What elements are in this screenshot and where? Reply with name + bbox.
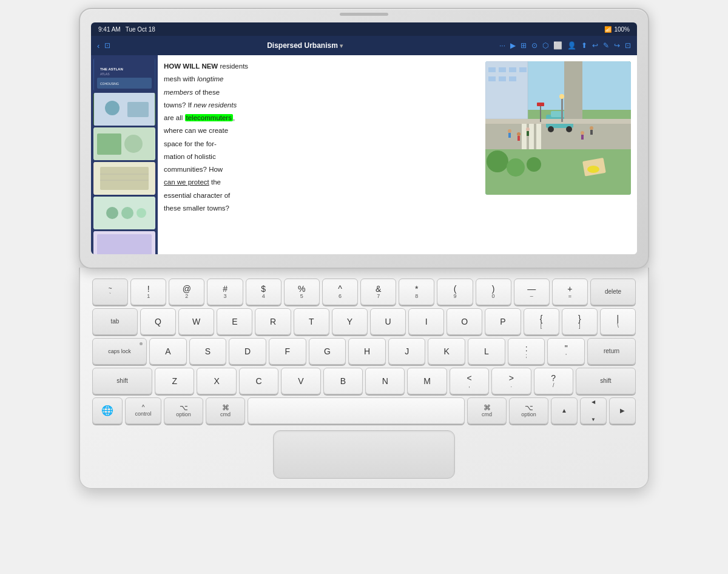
trackpad[interactable]: [273, 430, 455, 479]
key-option-left[interactable]: ⌥ option: [164, 397, 203, 424]
svg-rect-57: [517, 136, 520, 141]
key-cmd-right[interactable]: ⌘ cmd: [467, 397, 507, 424]
undo-icon[interactable]: ↩: [592, 41, 598, 50]
key-v[interactable]: V: [281, 368, 320, 394]
key-h[interactable]: H: [348, 338, 386, 365]
slides-panel-icon[interactable]: ⊡: [104, 41, 110, 50]
key-w[interactable]: W: [178, 308, 214, 335]
key-option-right[interactable]: ⌥ option: [509, 397, 548, 424]
svg-rect-49: [509, 76, 516, 81]
key-6[interactable]: ^ 6: [322, 279, 358, 305]
key-b[interactable]: B: [323, 368, 363, 394]
key-capslock[interactable]: caps lock: [92, 338, 147, 365]
key-r[interactable]: R: [255, 308, 291, 335]
svg-text:ATLAS: ATLAS: [100, 72, 110, 76]
key-comma[interactable]: < ,: [450, 368, 489, 394]
key-control[interactable]: ^ control: [125, 397, 161, 424]
slide-content: HOW WILL NEW residents mesh with longtim…: [158, 55, 637, 254]
settings-icon[interactable]: ⊡: [625, 41, 631, 50]
slide-thumb-2[interactable]: 2: [93, 93, 155, 126]
table-icon[interactable]: ⊞: [521, 41, 527, 50]
image-icon[interactable]: ⬜: [553, 41, 562, 50]
key-shift-right[interactable]: shift: [576, 368, 636, 394]
key-7[interactable]: & 7: [360, 279, 396, 305]
key-m[interactable]: M: [407, 368, 447, 394]
key-equals[interactable]: + =: [552, 279, 588, 305]
share2-icon[interactable]: ⬡: [542, 41, 548, 50]
key-o[interactable]: O: [447, 308, 482, 335]
key-period[interactable]: > .: [491, 368, 531, 394]
more-icon[interactable]: ···: [499, 41, 505, 50]
key-4[interactable]: $ 4: [246, 279, 281, 305]
key-down-arrow[interactable]: ◀ ▼: [580, 397, 607, 424]
key-minus[interactable]: — –: [514, 279, 550, 305]
key-k[interactable]: K: [428, 338, 465, 365]
back-button[interactable]: ‹: [97, 41, 99, 50]
key-c[interactable]: C: [239, 368, 278, 394]
play-icon[interactable]: ▶: [510, 41, 516, 50]
slide-thumb-6[interactable]: 6: [93, 231, 155, 254]
key-bracket-close[interactable]: } ]: [562, 308, 598, 335]
key-f[interactable]: F: [269, 338, 306, 365]
key-q[interactable]: Q: [140, 308, 176, 335]
key-8[interactable]: * 8: [399, 279, 434, 305]
key-t[interactable]: T: [294, 308, 329, 335]
key-d[interactable]: D: [229, 338, 266, 365]
key-0[interactable]: ) 0: [476, 279, 511, 305]
key-backslash[interactable]: | \: [600, 308, 636, 335]
key-space[interactable]: [248, 397, 465, 424]
key-return[interactable]: return: [587, 338, 636, 365]
key-j[interactable]: J: [388, 338, 426, 365]
slide-thumb-1[interactable]: 1 THE ASTLAN ATLAS COHOUSING: [93, 58, 155, 91]
slides-panel[interactable]: 1 THE ASTLAN ATLAS COHOUSING: [91, 55, 158, 254]
pen-icon[interactable]: ✎: [603, 41, 609, 50]
slide-text-mation: mation of holistic: [164, 152, 480, 162]
dropdown-arrow-icon[interactable]: ▾: [340, 42, 343, 49]
key-quote[interactable]: " ': [547, 338, 585, 365]
key-9[interactable]: ( 9: [437, 279, 473, 305]
svg-rect-46: [519, 67, 527, 72]
key-x[interactable]: X: [197, 368, 236, 394]
key-p[interactable]: P: [485, 308, 521, 335]
key-delete[interactable]: delete: [590, 279, 636, 305]
wifi-icon: 📶: [604, 26, 612, 33]
slide-thumb-4[interactable]: 4: [93, 162, 155, 195]
key-tilde[interactable]: ~ `: [92, 279, 128, 305]
key-a[interactable]: A: [149, 338, 187, 365]
svg-point-58: [526, 127, 530, 131]
svg-text:COHOUSING: COHOUSING: [100, 82, 119, 86]
key-n[interactable]: N: [365, 368, 405, 394]
key-right-arrow[interactable]: ▶: [609, 397, 636, 424]
key-semicolon[interactable]: : ;: [508, 338, 545, 365]
key-shift-left[interactable]: shift: [92, 368, 152, 394]
key-3[interactable]: # 3: [207, 279, 243, 305]
key-y[interactable]: Y: [332, 308, 368, 335]
key-g[interactable]: G: [309, 338, 346, 365]
slide-thumb-3[interactable]: 3: [93, 127, 155, 160]
person-icon[interactable]: 👤: [567, 41, 576, 50]
key-5[interactable]: % 5: [284, 279, 320, 305]
redo-icon[interactable]: ↪: [614, 41, 620, 50]
key-up-arrow[interactable]: ▲: [551, 397, 578, 424]
svg-point-56: [517, 132, 521, 136]
keyboard-row-qwerty: tab Q W E R T Y U I O P { [ } ]: [92, 308, 636, 335]
svg-rect-43: [488, 67, 496, 72]
key-globe[interactable]: 🌐: [92, 397, 123, 424]
key-e[interactable]: E: [217, 308, 252, 335]
key-slash[interactable]: ? /: [534, 368, 573, 394]
key-tab[interactable]: tab: [92, 308, 138, 335]
key-cmd-left[interactable]: ⌘ cmd: [206, 397, 245, 424]
key-i[interactable]: I: [408, 308, 444, 335]
key-l[interactable]: L: [468, 338, 505, 365]
key-2[interactable]: @ 2: [169, 279, 204, 305]
key-s[interactable]: S: [189, 338, 227, 365]
key-u[interactable]: U: [370, 308, 406, 335]
svg-point-54: [508, 129, 511, 133]
content-area: 1 THE ASTLAN ATLAS COHOUSING: [91, 55, 637, 254]
key-1[interactable]: ! 1: [130, 279, 166, 305]
export-icon[interactable]: ⬆: [581, 41, 587, 50]
key-bracket-open[interactable]: { [: [524, 308, 559, 335]
clock-icon[interactable]: ⊙: [531, 41, 538, 50]
slide-thumb-5[interactable]: 5: [93, 197, 155, 229]
key-z[interactable]: Z: [155, 368, 194, 394]
